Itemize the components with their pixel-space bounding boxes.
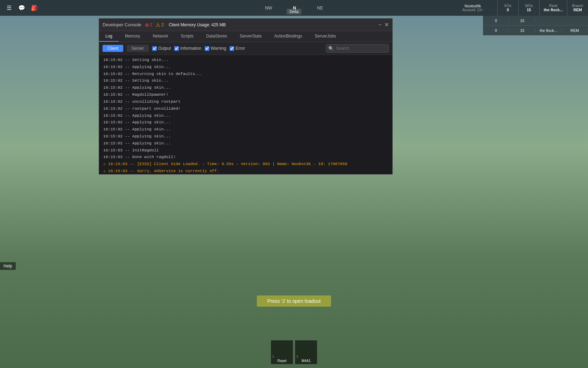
error-icon: ⊗ bbox=[145, 22, 149, 28]
log-line: 16:15:02 -- Applying skin... bbox=[99, 126, 392, 133]
warn-count: 2 bbox=[161, 22, 164, 27]
hud-stats: KOs 0 WOs 15 Rank the flock... Branch RE… bbox=[497, 0, 588, 16]
tab-serverjobs[interactable]: ServerJobs bbox=[308, 31, 342, 42]
table-row: 0 15 bbox=[483, 16, 588, 26]
tab-serverstats[interactable]: ServerStats bbox=[233, 31, 268, 42]
log-line: 16:15:03 -- Done with ragdoll! bbox=[99, 154, 392, 161]
console-controls: − ✕ bbox=[378, 22, 389, 28]
filter-error[interactable]: Error bbox=[230, 46, 245, 51]
log-line: 16:15:02 -- Applying skin... bbox=[99, 63, 392, 70]
log-line: 16:15:02 -- RagdollSpawner! bbox=[99, 91, 392, 98]
hud-icon-group: ☰ 💬 🎒 bbox=[0, 3, 43, 13]
kos-value: 0 bbox=[507, 8, 509, 12]
rank-label: Rank bbox=[549, 4, 557, 8]
log-line: ⚠ 16:15:03 -- Sorry, AdService is curren… bbox=[99, 168, 392, 174]
stat-kos: KOs 0 bbox=[497, 0, 518, 16]
error-label: Error bbox=[236, 46, 245, 51]
tab-datastores[interactable]: DataStores bbox=[200, 31, 233, 42]
backpack-icon[interactable]: 🎒 bbox=[29, 3, 39, 13]
console-log[interactable]: 16:15:02 -- Setting skin...16:15:02 -- A… bbox=[99, 55, 392, 174]
log-line: 16:15:02 -- Setting skin... bbox=[99, 77, 392, 84]
log-line: 16:15:02 -- Applying skin... bbox=[99, 140, 392, 147]
filter-information[interactable]: Information bbox=[174, 46, 201, 51]
stat-rank: Rank the flock... bbox=[539, 0, 567, 16]
menu-icon[interactable]: ☰ bbox=[4, 3, 14, 13]
search-input[interactable] bbox=[326, 44, 389, 53]
score-branch: REM bbox=[562, 28, 588, 33]
compass: NW N NE Delta bbox=[265, 0, 323, 16]
compass-nw: NW bbox=[265, 6, 272, 11]
chat-icon[interactable]: 💬 bbox=[17, 3, 27, 13]
table-row: 0 15 the flock... REM bbox=[483, 26, 588, 35]
slot-number: 1 bbox=[271, 354, 275, 359]
close-button[interactable]: ✕ bbox=[384, 22, 389, 28]
console-titlebar: Developer Console ⊗ 2 ⚠ 2 Client Memory … bbox=[99, 19, 392, 31]
loadout-slot-1[interactable]: 1 Repel bbox=[271, 340, 293, 364]
error-checkbox[interactable] bbox=[230, 46, 234, 51]
compass-ne: NE bbox=[317, 6, 323, 11]
score-rows: 0 15 0 15 the flock... REM bbox=[483, 16, 588, 35]
tab-memory[interactable]: Memory bbox=[119, 31, 146, 42]
error-badge: ⊗ 2 bbox=[145, 22, 153, 28]
kos-label: KOs bbox=[504, 4, 511, 8]
help-button[interactable]: Help bbox=[0, 262, 16, 270]
filter-bar: Client Server Output Information Warning… bbox=[99, 42, 392, 55]
score-rank: the flock... bbox=[536, 28, 562, 33]
output-label: Output bbox=[158, 46, 171, 51]
warn-badge: ⚠ 2 bbox=[156, 22, 164, 28]
log-line: 16:15:02 -- Applying skin... bbox=[99, 133, 392, 140]
loadout-bar: 1 Repel 2 M4A1 bbox=[271, 340, 317, 368]
stat-branch: Branch REM bbox=[567, 0, 588, 16]
memory-value: 425 MB bbox=[211, 22, 226, 27]
player-account: Account: 13+ bbox=[462, 8, 483, 12]
loadout-slot-2[interactable]: 2 M4A1 bbox=[295, 340, 317, 364]
error-count: 2 bbox=[150, 22, 153, 27]
tab-log[interactable]: Log bbox=[99, 31, 119, 42]
log-line: 16:15:02 -- Applying skin... bbox=[99, 119, 392, 126]
slot-label: M4A1 bbox=[301, 359, 310, 363]
player-info: Noobot9k Account: 13+ bbox=[462, 0, 483, 16]
compass-delta: Delta bbox=[287, 9, 301, 14]
slot-label: Repel bbox=[277, 359, 286, 363]
press-j-notification: Press 'J' to open loadout bbox=[257, 295, 331, 307]
memory-label: Client Memory Usage: 425 MB bbox=[169, 22, 226, 27]
log-line: 16:15:02 -- Applying skin... bbox=[99, 112, 392, 119]
filter-server-button[interactable]: Server bbox=[127, 45, 149, 52]
player-name: Noobot9k bbox=[464, 4, 481, 8]
filter-output[interactable]: Output bbox=[152, 46, 171, 51]
log-line: 16:15:02 -- Setting skin... bbox=[99, 56, 392, 63]
log-line: ⚠ 16:15:03 -- [EISS] Client Side Loaded.… bbox=[99, 161, 392, 168]
tab-network[interactable]: Network bbox=[146, 31, 174, 42]
score-wo: 15 bbox=[509, 19, 536, 23]
stat-wos: WOs 15 bbox=[518, 0, 539, 16]
rank-value: the flock... bbox=[544, 8, 563, 12]
wos-label: WOs bbox=[525, 4, 533, 8]
log-line: 16:15:02 -- uncolliding rootpart bbox=[99, 98, 392, 105]
console-tabs: Log Memory Network Scripts DataStores Se… bbox=[99, 31, 392, 42]
warning-label: Warning bbox=[211, 46, 226, 51]
search-box: 🔍 bbox=[326, 44, 389, 53]
hud-top-bar: ☰ 💬 🎒 NW N NE Delta Noobot9k Account: 13… bbox=[0, 0, 588, 16]
filter-client-button[interactable]: Client bbox=[103, 45, 123, 52]
console-title: Developer Console bbox=[103, 22, 141, 27]
log-line: 16:15:02 -- Applying skin... bbox=[99, 84, 392, 91]
branch-label: Branch bbox=[572, 4, 583, 8]
information-label: Information bbox=[180, 46, 201, 51]
developer-console: Developer Console ⊗ 2 ⚠ 2 Client Memory … bbox=[99, 18, 393, 175]
warning-checkbox[interactable] bbox=[205, 46, 209, 51]
log-line: 16:15:02 -- Returning skin to defaults..… bbox=[99, 70, 392, 77]
log-line: 16:15:03 -- InitRagdoll bbox=[99, 147, 392, 154]
score-wo: 15 bbox=[509, 28, 536, 33]
filter-warning[interactable]: Warning bbox=[205, 46, 226, 51]
score-ko: 0 bbox=[483, 28, 509, 33]
minimize-button[interactable]: − bbox=[378, 22, 382, 28]
output-checkbox[interactable] bbox=[152, 46, 157, 51]
tab-actionbindings[interactable]: ActionBindings bbox=[268, 31, 308, 42]
score-ko: 0 bbox=[483, 19, 509, 23]
log-line: 16:15:02 -- rootpart uncollided! bbox=[99, 105, 392, 112]
information-checkbox[interactable] bbox=[174, 46, 179, 51]
slot-number: 2 bbox=[295, 354, 300, 359]
warn-icon: ⚠ bbox=[156, 22, 160, 28]
tab-scripts[interactable]: Scripts bbox=[174, 31, 200, 42]
branch-value: REM bbox=[573, 8, 582, 12]
